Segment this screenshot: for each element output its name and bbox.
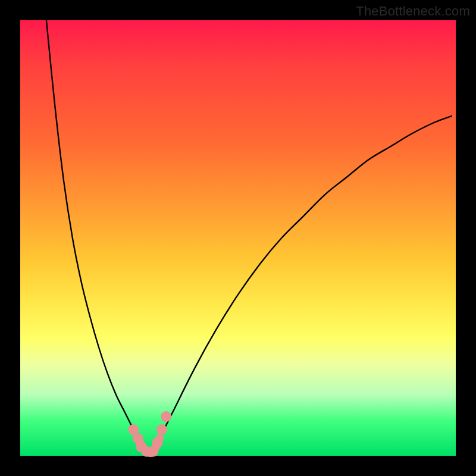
chart-svg bbox=[20, 20, 456, 456]
marker-5 bbox=[152, 437, 163, 448]
series-left-curve bbox=[46, 20, 146, 452]
chart-frame: TheBottleneck.com bbox=[0, 0, 476, 476]
watermark-text: TheBottleneck.com bbox=[356, 4, 470, 19]
marker-6 bbox=[156, 424, 167, 435]
curve-group bbox=[46, 20, 452, 453]
series-right-curve bbox=[153, 116, 451, 452]
plot-area bbox=[20, 20, 456, 456]
marker-7 bbox=[161, 411, 171, 422]
marker-group bbox=[128, 411, 171, 457]
